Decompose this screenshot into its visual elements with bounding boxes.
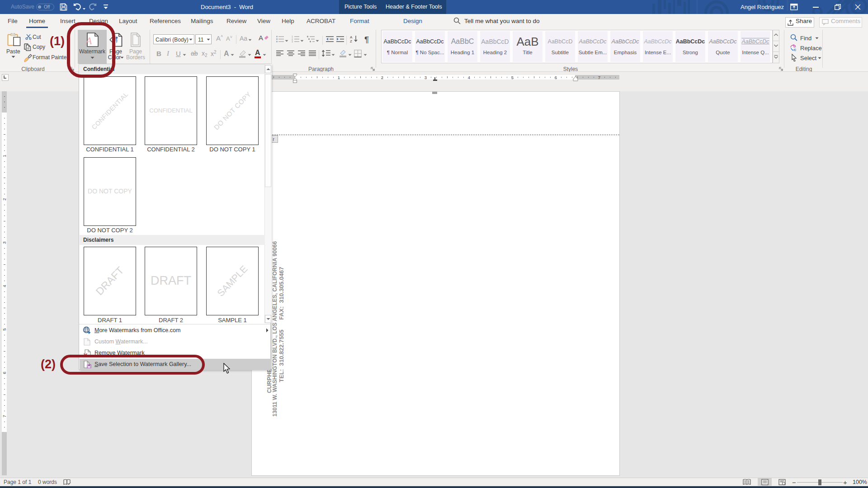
svg-text:A: A — [350, 35, 353, 39]
svg-text:c: c — [794, 47, 796, 52]
svg-text:3: 3 — [292, 40, 293, 42]
svg-text:Z: Z — [350, 39, 352, 43]
